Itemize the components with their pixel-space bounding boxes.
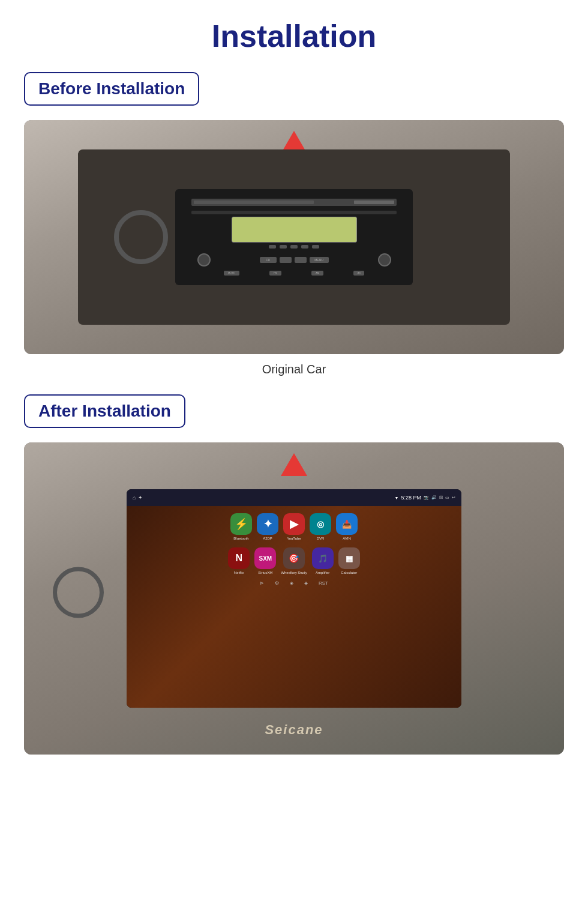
seicane-brand: Seicane	[265, 722, 323, 738]
app-amplifier[interactable]: 🎵 Amplifier	[312, 547, 334, 574]
app-bluetooth[interactable]: ⚡ Bluetooth	[230, 513, 252, 540]
android-head-unit: ⌂ ✦ ▼ 5:28 PM 📷 🔊 ☒ ▭ ↩ ⚡	[127, 489, 461, 708]
app-dvr[interactable]: ◎ DVR	[310, 513, 331, 540]
app-wheelkey-study[interactable]: 🎯 Wheelkey Study	[281, 547, 307, 574]
app-siriusxm[interactable]: SXM SiriusXM	[254, 547, 276, 574]
after-installation-badge: After Installation	[24, 394, 185, 428]
status-bar: ⌂ ✦ ▼ 5:28 PM 📷 🔊 ☒ ▭ ↩	[127, 489, 461, 506]
apps-row-1: ⚡ Bluetooth ✦ A2DP ▶ YouTube ◎ DVR	[130, 510, 458, 544]
dashboard-before: CD MENU MUTE FM AM AS	[78, 149, 510, 325]
app-netflix[interactable]: N Netflix	[228, 547, 250, 574]
after-installation-image: ⌂ ✦ ▼ 5:28 PM 📷 🔊 ☒ ▭ ↩ ⚡	[24, 442, 564, 755]
app-calculator[interactable]: ▦ Calculator	[338, 547, 360, 574]
hazard-light-after	[281, 453, 307, 476]
app-youtube[interactable]: ▶ YouTube	[283, 513, 305, 540]
before-installation-badge: Before Installation	[24, 72, 199, 106]
apps-row-2: N Netflix SXM SiriusXM 🎯 Wheelkey Study …	[130, 544, 458, 578]
before-caption: Original Car	[24, 363, 564, 376]
page-title: Installation	[24, 12, 564, 54]
before-installation-image: CD MENU MUTE FM AM AS	[24, 120, 564, 354]
app-avin[interactable]: 📥 AVIN	[336, 513, 358, 540]
app-a2dp[interactable]: ✦ A2DP	[257, 513, 278, 540]
